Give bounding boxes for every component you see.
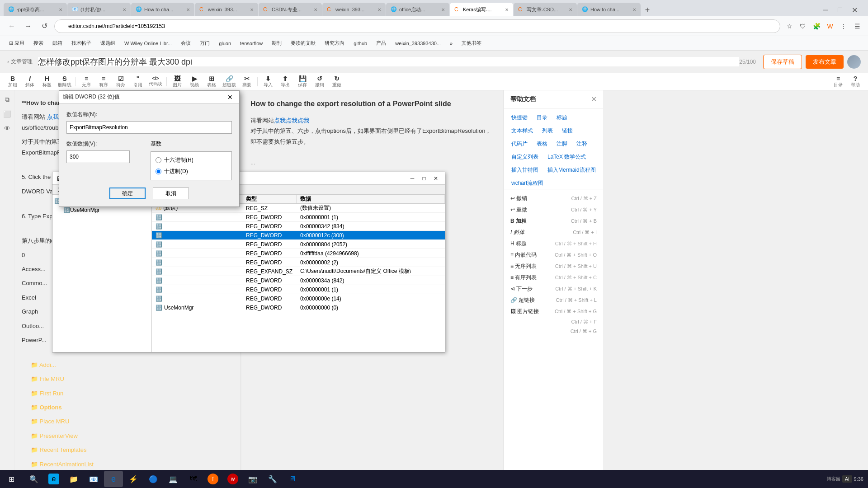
toolbar-video[interactable]: ▶ 视频 <box>186 74 203 89</box>
reg-row-5[interactable]: 🔢 REG_DWORD 0xffffffdaa (4294966698) <box>152 249 445 258</box>
address-input[interactable] <box>54 19 780 33</box>
bookmark-gluon[interactable]: gluon <box>215 39 235 47</box>
reg-row-9[interactable]: 🔢 REG_DWORD 0x00000001 (1) <box>152 285 445 294</box>
toolbar-bold[interactable]: B 加粗 <box>5 74 21 89</box>
taskbar-mail[interactable]: 📧 <box>84 471 103 487</box>
new-tab-button[interactable]: + <box>641 4 654 16</box>
dialog-ok-button[interactable]: 确定 <box>109 188 146 199</box>
bookmark-other[interactable]: 其他书签 <box>458 38 485 48</box>
tab-weixin2[interactable]: C weixin_393... ✕ <box>322 3 386 16</box>
toolbar-strikethrough[interactable]: S 删除线 <box>56 74 73 89</box>
reg-row-usemonmgr[interactable]: 🔢UseMonMgr REG_DWORD 0x00000000 (0) <box>152 303 445 312</box>
taskbar-ie[interactable]: e <box>44 471 63 487</box>
help-tab-latex[interactable]: LaTeX 数学公式 <box>544 151 590 163</box>
taskbar-edge[interactable]: e <box>104 471 123 487</box>
bookmark-research[interactable]: 研究方向 <box>321 38 348 48</box>
tab-close-how[interactable]: ✕ <box>186 7 190 12</box>
taskbar-item-5[interactable]: f <box>203 471 222 487</box>
help-tab-shortcuts[interactable]: 快捷键 <box>508 112 531 123</box>
taskbar-search[interactable]: 🔍 <box>24 471 43 487</box>
taskbar-registry-item[interactable]: 🖥 <box>283 471 302 487</box>
help-tab-gantt[interactable]: 插入甘特图 <box>508 164 542 176</box>
save-draft-button[interactable]: 保存草稿 <box>763 55 802 69</box>
taskbar-item-6[interactable]: w <box>223 471 242 487</box>
reg-row-3[interactable]: 🔢 REG_DWORD 0x0000012c (300) <box>152 231 445 240</box>
close-browser[interactable]: ✕ <box>848 4 861 16</box>
tab-close-wx1[interactable]: ✕ <box>250 7 254 12</box>
preview-link[interactable]: 点我点我点我 <box>274 117 309 124</box>
tab-mail[interactable]: 📧 (1封私信/... ✕ <box>67 3 131 16</box>
dialog-value-input[interactable] <box>66 150 130 163</box>
extension-icon[interactable]: 🧩 <box>811 21 822 32</box>
reg-row-10[interactable]: 🔢 REG_DWORD 0x0000000e (14) <box>152 294 445 303</box>
registry-minimize-button[interactable]: ─ <box>407 174 418 183</box>
dialog-close-button[interactable]: ✕ <box>225 93 236 102</box>
browser-menu-icon[interactable]: ☰ <box>852 21 863 32</box>
tab-write[interactable]: C 写文章-CSD... ✕ <box>514 3 577 16</box>
tab-close-office[interactable]: ✕ <box>441 7 445 12</box>
radio-hex-input[interactable] <box>156 157 161 163</box>
taskbar-item-3[interactable]: 💻 <box>164 471 183 487</box>
dialog-name-input[interactable] <box>66 121 232 134</box>
help-panel-close-button[interactable]: ✕ <box>591 95 597 103</box>
user-avatar[interactable] <box>847 55 861 69</box>
help-tab-mermaid[interactable]: 插入Mermaid流程图 <box>544 164 599 176</box>
tree-item-usemonmgr[interactable]: 🔢 UseMonMgr <box>52 206 151 215</box>
taskbar-item-1[interactable]: ⚡ <box>124 471 143 487</box>
maximize-browser[interactable]: □ <box>834 4 846 16</box>
registry-close-button[interactable]: ✕ <box>430 174 441 183</box>
bookmark-github[interactable]: github <box>350 39 371 47</box>
radio-hex[interactable]: 十六进制(H) <box>156 156 227 164</box>
tab-close-write[interactable]: ✕ <box>569 7 572 12</box>
taskbar-item-8[interactable]: 🔧 <box>263 471 282 487</box>
start-button[interactable]: ⊞ <box>0 470 23 488</box>
toolbar-italic[interactable]: I 斜体 <box>22 74 38 89</box>
menu-icon[interactable]: ⋮ <box>838 21 849 32</box>
bookmark-wanmen[interactable]: 万门 <box>196 38 213 48</box>
help-tab-toc[interactable]: 目录 <box>533 112 551 123</box>
bookmark-course[interactable]: 课题组 <box>97 38 119 48</box>
toolbar-unordered[interactable]: ≡ 无序 <box>78 74 94 89</box>
toolbar-undo[interactable]: ↺ 撤销 <box>311 74 328 89</box>
toolbar-link[interactable]: 🔗 超链接 <box>221 74 238 89</box>
tab-office[interactable]: 🌐 office启动... ✕ <box>386 3 449 16</box>
toolbar-image[interactable]: 🖼 图片 <box>169 74 185 89</box>
help-tab-comment[interactable]: 注释 <box>573 138 591 150</box>
office-ext-icon[interactable]: W <box>825 21 835 32</box>
refresh-button[interactable]: ↺ <box>38 20 51 33</box>
tab-close-csdn[interactable]: ✕ <box>314 7 317 12</box>
toolbar-redo[interactable]: ↻ 重做 <box>329 74 345 89</box>
minimize-browser[interactable]: ─ <box>819 4 832 16</box>
tab-close-how2[interactable]: ✕ <box>632 7 636 12</box>
back-button[interactable]: ← <box>5 20 18 33</box>
toolbar-import[interactable]: ⬇ 导入 <box>260 74 276 89</box>
radio-dec[interactable]: 十进制(D) <box>156 168 227 175</box>
publish-button[interactable]: 发布文章 <box>806 55 844 69</box>
toolbar-abstract[interactable]: ✂ 摘要 <box>239 74 255 89</box>
bookmark-apps[interactable]: ⊞ 应用 <box>5 38 28 48</box>
left-icon-eye[interactable]: 👁 <box>2 123 13 134</box>
bookmark-wiley[interactable]: W Wiley Online Libr... <box>121 39 175 47</box>
reg-row-7[interactable]: 🔢 REG_EXPAND_SZ C:\Users\nudtt\Documents… <box>152 267 445 276</box>
taskbar-item-4[interactable]: 🗺 <box>184 471 203 487</box>
help-tab-table[interactable]: 表格 <box>533 138 551 150</box>
toolbar-codeblock[interactable]: </> 代码块 <box>147 74 164 89</box>
dialog-cancel-button[interactable]: 取消 <box>153 188 189 199</box>
bookmark-journal[interactable]: 期刊 <box>268 38 285 48</box>
tab-ppt[interactable]: 🌐 ·ppt保存高... ✕ <box>4 3 67 16</box>
back-to-management[interactable]: ‹ 文章管理 <box>7 58 33 66</box>
help-tab-code[interactable]: 代码片 <box>508 138 531 150</box>
reg-row-4[interactable]: 🔢 REG_DWORD 0x00000804 (2052) <box>152 240 445 249</box>
reg-row-6[interactable]: 🔢 REG_DWORD 0x00000002 (2) <box>152 258 445 267</box>
registry-maximize-button[interactable]: □ <box>419 174 429 183</box>
toolbar-quote[interactable]: " 引用 <box>130 74 146 89</box>
bookmark-product[interactable]: 产品 <box>373 38 390 48</box>
help-tab-list[interactable]: 列表 <box>538 125 557 136</box>
tab-weixin1[interactable]: C weixin_393... ✕ <box>195 3 258 16</box>
left-icon-copy[interactable]: ⧉ <box>2 94 13 105</box>
tab-close-keras[interactable]: ✕ <box>505 7 509 12</box>
taskbar-item-2[interactable]: 🔵 <box>144 471 163 487</box>
tab-csdn[interactable]: C CSDN-专业... ✕ <box>259 3 322 16</box>
help-tab-wchart[interactable]: wchart流程图 <box>508 178 547 189</box>
tab-close-mail[interactable]: ✕ <box>123 7 126 12</box>
